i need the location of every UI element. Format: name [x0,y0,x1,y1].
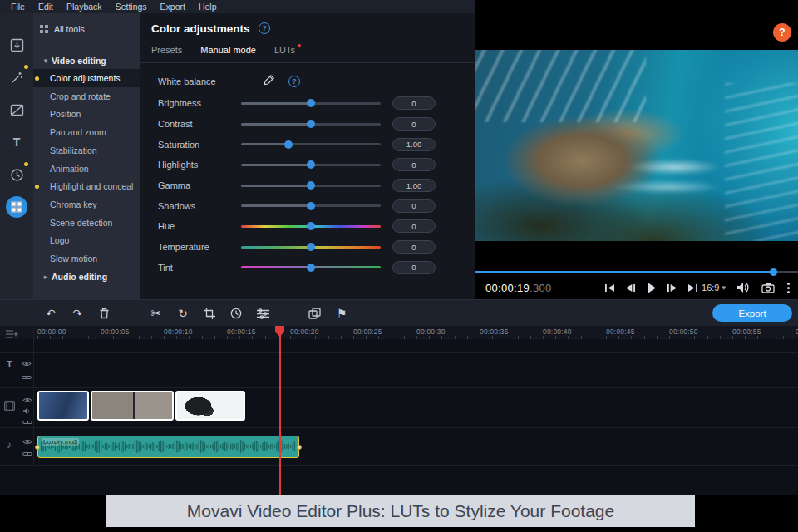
tool-item-chroma-key[interactable]: Chroma key [33,195,140,214]
slider-thumb[interactable] [307,120,315,128]
saturation-slider[interactable] [241,143,381,145]
timecode-fraction: .300 [530,282,552,294]
more-tools-icon[interactable] [6,196,27,218]
audio-editing-section[interactable]: ▸ Audio editing [33,268,140,286]
effects-wand-icon[interactable] [7,67,27,87]
clip-duration-icon[interactable] [228,305,244,322]
tool-item-highlight-and-conceal[interactable]: Highlight and conceal [33,177,140,195]
slider-value[interactable]: 0 [392,219,436,233]
timeline-ruler[interactable]: 00:00:0000:00:0500:00:1000:00:1500:00:20… [0,326,798,339]
volume-icon[interactable] [736,281,751,294]
grid-icon [40,25,48,33]
slider-value[interactable]: 0 [392,240,436,254]
video-clip-1[interactable] [37,391,89,421]
add-track-icon[interactable] [6,328,18,342]
clip-properties-icon[interactable] [254,305,271,322]
contrast-slider[interactable] [241,123,381,126]
all-tools-button[interactable]: All tools [33,20,140,38]
slider-value[interactable]: 0 [392,158,436,171]
menu-edit[interactable]: Edit [32,1,59,12]
tool-item-color-adjustments[interactable]: Color adjustments [33,69,140,87]
step-back-button[interactable] [623,281,638,294]
movavi-video-editor-window: File Edit Playback Settings Export Help … [0,0,798,532]
rotate-icon[interactable]: ↻ [175,305,191,322]
slider-thumb[interactable] [307,160,315,169]
audio-clip-name: Luxury.mp3 [42,438,79,446]
preview-seek-bar[interactable] [475,271,798,273]
slider-value[interactable]: 0 [392,117,436,131]
previous-clip-button[interactable] [602,281,617,294]
slider-thumb[interactable] [307,202,315,210]
clip-trim-handle-right[interactable] [297,445,302,450]
slider-thumb[interactable] [307,264,315,272]
menu-export[interactable]: Export [155,1,191,12]
crop-icon[interactable] [201,305,218,322]
slider-value[interactable]: 0 [392,96,436,110]
seek-knob[interactable] [770,268,777,276]
undo-icon[interactable]: ↶ [42,305,59,322]
track-link-icon[interactable] [22,414,32,429]
slider-thumb[interactable] [307,222,315,230]
tool-item-pan-and-zoom[interactable]: Pan and zoom [33,123,140,141]
temperature-slider[interactable] [241,246,381,249]
clip-trim-handle-left[interactable] [35,445,40,450]
audio-clip[interactable]: Luxury.mp3 [37,436,299,458]
track-link-icon[interactable] [22,369,32,384]
play-button[interactable] [643,281,658,294]
video-editing-section[interactable]: ▾ Video editing [33,52,140,70]
titles-icon[interactable]: T [7,132,27,152]
shadows-slider[interactable] [241,204,381,207]
help-icon[interactable]: ? [259,22,270,34]
overwrite-mode-icon[interactable] [306,305,323,322]
slider-value[interactable]: 0 [392,261,436,274]
transitions-icon[interactable] [7,100,27,120]
tool-item-position[interactable]: Position [33,105,140,123]
tab-presets[interactable]: Presets [151,45,182,63]
tool-item-crop-and-rotate[interactable]: Crop and rotate [33,87,140,106]
brightness-slider[interactable] [241,102,381,105]
hue-slider[interactable] [241,225,381,228]
step-forward-button[interactable] [664,281,679,294]
menu-help[interactable]: Help [193,1,223,12]
snapshot-camera-icon[interactable] [761,281,776,294]
slider-value[interactable]: 1.00 [392,179,436,192]
eyedropper-icon[interactable] [263,74,275,90]
tool-item-animation[interactable]: Animation [33,160,140,178]
tab-luts[interactable]: LUTs [274,45,295,63]
slider-thumb[interactable] [307,181,315,190]
next-clip-button[interactable] [685,281,700,294]
help-icon[interactable]: ? [288,76,300,87]
aspect-ratio-select[interactable]: 16:9▾ [702,283,726,293]
tool-item-slow-motion[interactable]: Slow motion [33,249,140,268]
delete-icon[interactable] [96,305,112,322]
animation-clock-icon[interactable] [7,165,27,185]
import-media-icon[interactable] [7,35,27,55]
tool-item-stabilization[interactable]: Stabilization [33,141,140,160]
slider-label: Temperature [158,242,241,252]
marker-flag-icon[interactable]: ⚑ [333,305,350,322]
redo-icon[interactable]: ↷ [69,305,86,322]
tool-item-logo[interactable]: Logo [33,231,140,249]
export-button[interactable]: Export [712,304,792,322]
audio-track-icon: ♪ [7,439,12,451]
video-clip-2[interactable] [91,391,174,421]
slider-thumb[interactable] [307,99,315,107]
more-options-icon[interactable] [786,283,791,293]
slider-value[interactable]: 1.00 [392,138,436,151]
menu-playback[interactable]: Playback [61,1,108,12]
slider-thumb[interactable] [307,243,315,251]
tint-slider[interactable] [241,266,381,268]
menu-settings[interactable]: Settings [110,1,153,12]
tool-item-scene-detection[interactable]: Scene detection [33,214,140,232]
slider-thumb[interactable] [284,140,293,149]
help-button[interactable]: ? [773,23,791,42]
split-scissors-icon[interactable]: ✂ [148,305,165,322]
highlights-slider[interactable] [241,164,381,166]
slider-value[interactable]: 0 [392,200,436,213]
new-feature-dot [298,44,301,47]
tab-manual-mode[interactable]: Manual mode [200,45,256,63]
video-clip-3[interactable] [175,391,245,421]
menu-file[interactable]: File [5,1,31,12]
track-link-icon[interactable] [22,446,32,461]
gamma-slider[interactable] [241,185,381,187]
